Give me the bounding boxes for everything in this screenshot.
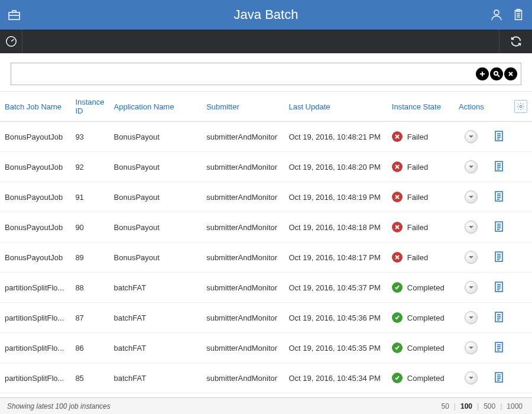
cell-id[interactable]: 86 [70,333,109,363]
row-actions-button[interactable] [465,130,478,143]
page-size-50[interactable]: 50 [439,402,452,410]
cell-name[interactable]: partitionSplitFlo... [0,363,70,393]
cell-name[interactable]: BonusPayoutJob [0,122,70,152]
page-title: Java Batch [60,7,472,22]
status-completed-icon [392,282,403,293]
cell-id[interactable]: 88 [70,273,109,303]
row-actions-button[interactable] [465,281,478,294]
job-log-icon[interactable] [494,285,504,294]
col-actions[interactable]: Actions [454,92,489,122]
cell-name[interactable]: BonusPayoutJob [0,152,70,182]
cell-id[interactable]: 92 [70,152,109,182]
cell-name[interactable]: partitionSplitFlo... [0,393,70,399]
cell-name[interactable]: BonusPayoutJob [0,182,70,212]
cell-id[interactable]: 91 [70,182,109,212]
page-size-500[interactable]: 500 [481,402,498,410]
clipboard-icon[interactable] [512,8,525,21]
header-bar: Java Batch [0,0,532,30]
cell-name[interactable]: BonusPayoutJob [0,212,70,242]
row-actions-button[interactable] [465,251,478,264]
add-filter-icon[interactable] [476,67,489,80]
cell-name[interactable]: partitionSplitFlo... [0,273,70,303]
job-log-icon[interactable] [494,225,504,234]
cell-submitter: submitterAndMonitor [202,182,284,212]
cell-update: Oct 19, 2016, 10:45:34 PM [284,363,387,393]
clear-icon[interactable] [504,67,517,80]
job-log-icon[interactable] [494,345,504,354]
table-row: BonusPayoutJob89BonusPayoutsubmitterAndM… [0,242,532,273]
cell-submitter: submitterAndMonitor [202,122,284,152]
job-table-scroll[interactable]: Batch Job Name Instance ID Application N… [0,92,532,398]
cell-update: Oct 19, 2016, 10:48:21 PM [284,122,387,152]
cell-actions [454,273,489,303]
cell-app[interactable]: batchFAT [109,393,202,399]
job-log-icon[interactable] [494,255,504,264]
column-settings-button[interactable] [514,100,527,113]
toolbox-icon[interactable] [7,8,21,22]
row-actions-button[interactable] [465,160,478,173]
table-row: partitionSplitFlo...85batchFATsubmitterA… [0,363,532,393]
cell-name[interactable]: BonusPayoutJob [0,242,70,273]
cell-submitter: submitterAndMonitor [202,242,284,273]
search-icon[interactable] [490,67,503,80]
job-log-icon[interactable] [494,376,504,384]
user-icon[interactable] [489,8,504,22]
page-size-100[interactable]: 100 [458,402,475,410]
cell-submitter: submitterAndMonitor [202,212,284,242]
refresh-button[interactable] [499,30,532,53]
cell-id[interactable]: 89 [70,242,109,273]
col-submitter[interactable]: Submitter [202,92,284,122]
cell-name[interactable]: partitionSplitFlo... [0,333,70,363]
col-name[interactable]: Batch Job Name [0,92,70,122]
status-completed-icon [392,373,403,383]
row-actions-button[interactable] [465,371,478,384]
cell-app[interactable]: BonusPayout [109,122,202,152]
cell-app[interactable]: batchFAT [109,273,202,303]
job-log-icon[interactable] [494,134,504,143]
cell-update: Oct 19, 2016, 10:45:33 PM [284,393,387,399]
cell-app[interactable]: batchFAT [109,363,202,393]
cell-actions [454,152,489,182]
cell-id[interactable]: 85 [70,363,109,393]
cell-app[interactable]: BonusPayout [109,182,202,212]
row-actions-button[interactable] [465,341,478,354]
cell-id[interactable]: 93 [70,122,109,152]
cell-app[interactable]: batchFAT [109,303,202,333]
row-actions-button[interactable] [465,190,478,203]
job-log-icon[interactable] [494,315,504,324]
cell-log [489,182,510,212]
cell-state: Failed [387,182,454,212]
cell-app[interactable]: BonusPayout [109,242,202,273]
table-row: BonusPayoutJob92BonusPayoutsubmitterAndM… [0,152,532,182]
cell-update: Oct 19, 2016, 10:45:37 PM [284,273,387,303]
cell-update: Oct 19, 2016, 10:45:36 PM [284,303,387,333]
col-update[interactable]: Last Update [284,92,387,122]
cell-id[interactable]: 90 [70,212,109,242]
cell-log [489,303,510,333]
status-failed-icon [392,192,403,202]
job-log-icon[interactable] [494,164,504,173]
row-actions-button[interactable] [465,221,478,234]
cell-app[interactable]: BonusPayout [109,152,202,182]
col-app[interactable]: Application Name [109,92,202,122]
cell-id[interactable]: 87 [70,303,109,333]
col-id[interactable]: Instance ID [70,92,109,122]
status-completed-icon [392,342,403,353]
cell-app[interactable]: batchFAT [109,333,202,363]
cell-log [489,363,510,393]
cell-actions [454,393,489,399]
cell-state: Failed [387,122,454,152]
col-state[interactable]: Instance State [387,92,454,122]
dashboard-button[interactable] [0,30,22,53]
cell-actions [454,182,489,212]
cell-actions [454,363,489,393]
row-actions-button[interactable] [465,311,478,324]
page-size-1000[interactable]: 1000 [504,402,525,410]
status-failed-icon [392,252,403,263]
cell-id[interactable]: 84 [70,393,109,399]
filter-input[interactable] [16,70,476,79]
cell-app[interactable]: BonusPayout [109,212,202,242]
cell-name[interactable]: partitionSplitFlo... [0,303,70,333]
table-row: BonusPayoutJob90BonusPayoutsubmitterAndM… [0,212,532,242]
job-log-icon[interactable] [494,195,504,203]
